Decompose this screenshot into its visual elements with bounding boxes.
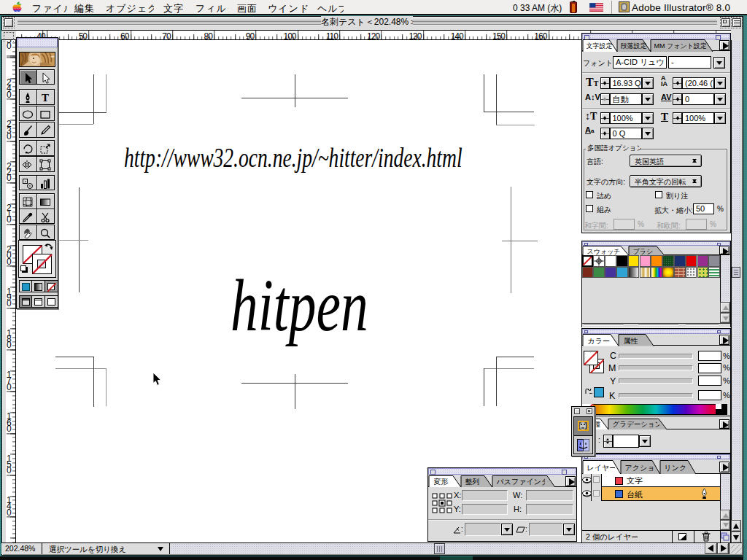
- svg-text:T: T: [42, 92, 49, 104]
